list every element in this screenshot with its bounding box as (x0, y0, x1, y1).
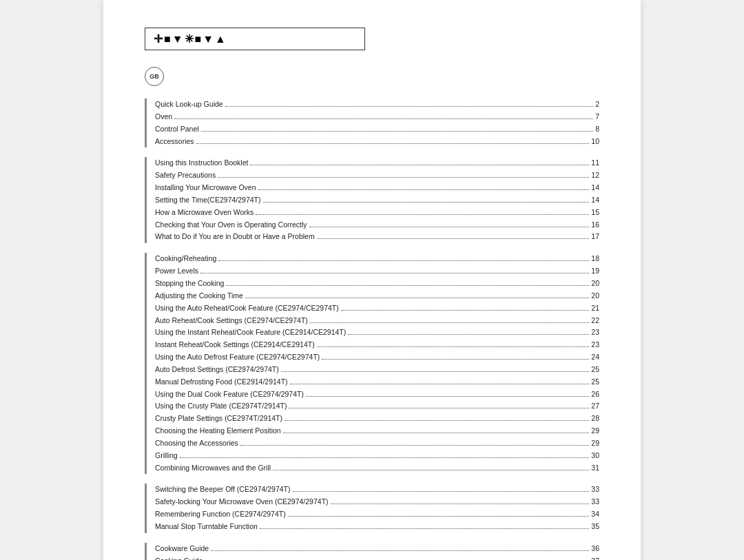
toc-item-page: 17 (591, 231, 599, 243)
toc-item-label: Instant Reheat/Cook Settings (CE2914/CE2… (155, 339, 315, 351)
toc-item-page: 29 (591, 437, 599, 450)
toc-item: How a Microwave Oven Works15 (155, 207, 599, 219)
toc-section-2: Using this Instruction Booklet11Safety P… (145, 157, 599, 243)
toc-item-label: Cooking/Reheating (155, 253, 216, 265)
toc-item-page: 30 (591, 450, 599, 462)
toc-item-label: Cooking Guide (155, 555, 203, 560)
toc-item-dots (348, 334, 589, 335)
toc-item-label: Switching the Beeper Off (CE2974/2974T) (155, 484, 291, 496)
toc-item-page: 33 (591, 484, 599, 496)
toc-item: Using the Crusty Plate (CE2974T/2914T)27 (155, 400, 599, 413)
toc-item: Switching the Beeper Off (CE2974/2974T)3… (155, 484, 599, 496)
toc-item-dots (317, 238, 590, 239)
toc-item: What to Do if You are in Doubt or Have a… (155, 231, 599, 243)
toc-item: Control Panel8 (155, 123, 599, 136)
toc-item-page: 10 (591, 136, 599, 148)
toc-item-label: Using the Auto Defrost Feature (CE2974/C… (155, 351, 320, 364)
toc-item-dots (218, 260, 589, 261)
toc-item-label: Using this Instruction Booklet (155, 157, 248, 169)
toc-item-label: Using the Dual Cook Feature (CE2974/2974… (155, 388, 304, 401)
toc-item-page: 11 (591, 157, 599, 169)
toc-item-page: 23 (591, 339, 599, 351)
toc-item-page: 31 (591, 462, 599, 475)
toc-item-dots (317, 346, 590, 347)
toc-item-page: 18 (591, 253, 599, 265)
toc-item-label: Cookware Guide (155, 543, 209, 555)
toc-item-page: 28 (591, 413, 599, 425)
toc-item-dots (196, 143, 590, 144)
toc-item-page: 20 (591, 290, 599, 302)
toc-item-page: 34 (591, 508, 599, 521)
toc-item-label: Auto Defrost Settings (CE2974/2974T) (155, 364, 279, 376)
toc-item: Installing Your Microwave Oven14 (155, 182, 599, 194)
toc-item-dots (211, 550, 589, 551)
toc-item-dots (293, 491, 590, 492)
toc-item: Manual Stop Turntable Function35 (155, 521, 599, 533)
toc-item-page: 2 (595, 98, 599, 111)
toc-item-label: Remembering Function (CE2974/2974T) (155, 508, 286, 521)
toc-item: Auto Reheat/Cook Settings (CE2974/CE2974… (155, 315, 599, 327)
toc-item: Choosing the Heating Element Position29 (155, 425, 599, 437)
toc-item-dots (200, 273, 589, 273)
document-page: ✛■▼✳■▼▲ GB Quick Look-up Guide2Oven7Cont… (103, 0, 641, 560)
toc-item: Grilling30 (155, 450, 599, 462)
toc-item-label: Manual Stop Turntable Function (155, 521, 258, 533)
toc-item-label: What to Do if You are in Doubt or Have a… (155, 231, 315, 243)
toc-item-dots (290, 384, 590, 384)
toc-item-label: Choosing the Heating Element Position (155, 425, 281, 437)
toc-item-label: Grilling (155, 450, 178, 462)
toc-item-dots (180, 457, 590, 458)
toc-item: Remembering Function (CE2974/2974T)34 (155, 508, 599, 521)
toc-item-dots (174, 118, 593, 119)
toc-item: Cooking Guide37 (155, 555, 599, 560)
toc-item-dots (245, 298, 589, 298)
toc-item-page: 27 (591, 400, 599, 413)
toc-item: Using the Instant Reheat/Cook Feature (C… (155, 326, 599, 339)
toc-item-page: 25 (591, 364, 599, 376)
toc-item-page: 19 (591, 265, 599, 278)
toc-item: Using the Dual Cook Feature (CE2974/2974… (155, 388, 599, 401)
toc-item: Oven7 (155, 111, 599, 123)
toc-item-page: 35 (591, 521, 599, 533)
toc-item-label: Quick Look-up Guide (155, 98, 223, 111)
toc-item-label: Accessories (155, 136, 194, 148)
toc-item-label: Auto Reheat/Cook Settings (CE2974/CE2974… (155, 315, 308, 327)
toc-item-page: 37 (591, 555, 599, 560)
language-badge: GB (145, 67, 164, 86)
toc-item: Choosing the Accessories29 (155, 437, 599, 450)
header-symbols: ✛■▼✳■▼▲ (145, 28, 365, 50)
toc-item: Quick Look-up Guide2 (155, 98, 599, 111)
toc-item: Safety-locking Your Microwave Oven (CE29… (155, 496, 599, 508)
toc-item-dots (285, 420, 589, 421)
toc-item-page: 22 (591, 315, 599, 327)
toc-item: Cookware Guide36 (155, 543, 599, 555)
toc-item-label: Safety Precautions (155, 169, 216, 182)
toc-item-label: Using the Auto Reheat/Cook Feature (CE29… (155, 302, 339, 315)
toc-section-3: Cooking/Reheating18Power Levels19Stoppin… (145, 253, 599, 474)
toc-item: Crusty Plate Settings (CE2974T/2914T)28 (155, 413, 599, 425)
toc-item-dots (331, 504, 590, 504)
toc-item: Setting the Time(CE2974/2974T)14 (155, 194, 599, 207)
toc-item-page: 29 (591, 425, 599, 437)
toc-item: Cooking/Reheating18 (155, 253, 599, 265)
toc-item: Auto Defrost Settings (CE2974/2974T)25 (155, 364, 599, 376)
toc-item-dots (306, 396, 589, 397)
toc-item-dots (281, 371, 590, 372)
toc-item: Checking that Your Oven is Operating Cor… (155, 219, 599, 231)
toc-item-label: Manual Defrosting Food (CE2914/2914T) (155, 376, 288, 388)
toc-item-page: 21 (591, 302, 599, 315)
toc-item-label: Installing Your Microwave Oven (155, 182, 256, 194)
toc-item-page: 15 (591, 207, 599, 219)
toc-item-dots (225, 106, 594, 107)
toc-item-page: 20 (591, 278, 599, 290)
toc-item-dots (310, 322, 590, 323)
table-of-contents: Quick Look-up Guide2Oven7Control Panel8A… (145, 98, 599, 560)
toc-item: Power Levels19 (155, 265, 599, 278)
toc-item-label: Using the Instant Reheat/Cook Feature (C… (155, 326, 346, 339)
toc-item: Safety Precautions12 (155, 169, 599, 182)
toc-item-dots (240, 445, 589, 446)
toc-item-dots (218, 177, 589, 178)
toc-item-dots (260, 528, 589, 529)
toc-item-dots (226, 285, 589, 286)
toc-item: Accessories10 (155, 136, 599, 148)
